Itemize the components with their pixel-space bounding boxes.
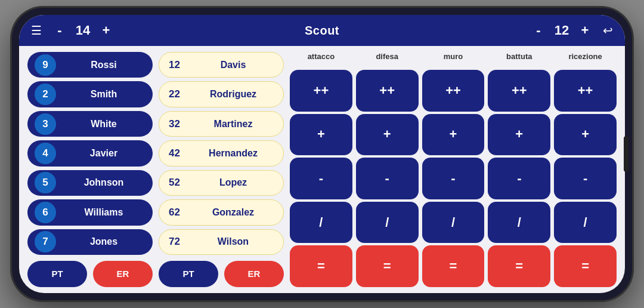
action-btn-ricezione-++[interactable]: ++ [554, 70, 617, 112]
action-header-attacco: attacco [290, 52, 352, 66]
team2-player-name-42: Hernandez [193, 148, 274, 159]
action-btn-ricezione--[interactable]: - [554, 158, 617, 199]
action-btn-difesa--[interactable]: - [356, 158, 419, 199]
team1-player-num-5: 5 [35, 172, 56, 193]
action-btn-muro-+[interactable]: + [422, 114, 485, 156]
team1-plus-btn[interactable]: + [98, 23, 114, 38]
team1-score-group: - 14 + [51, 23, 114, 38]
team2-player-name-32: Martinez [193, 119, 274, 130]
team2-plus-btn[interactable]: + [577, 23, 593, 38]
team1-player-num-7: 7 [35, 231, 56, 252]
team2-player-num-12: 12 [169, 59, 187, 71]
team1-pt-button[interactable]: PT [27, 261, 87, 287]
team2-bottom-btns: PT ER [159, 261, 284, 287]
team2-pt-button[interactable]: PT [159, 261, 218, 287]
menu-icon[interactable]: ☰ [31, 23, 42, 38]
team1-er-button[interactable]: ER [93, 261, 153, 287]
team1-player-name-9: Rossi [62, 60, 145, 70]
phone-frame: ☰ - 14 + Scout - 12 + ↩ [12, 8, 632, 300]
action-btn-muro-++[interactable]: ++ [422, 70, 485, 112]
action-btn-attacco-+[interactable]: + [290, 114, 352, 156]
team2-minus-btn[interactable]: - [530, 23, 547, 38]
team1-player-5[interactable]: 5 Johnson [27, 170, 153, 196]
action-header-battuta: battuta [488, 52, 550, 66]
team2-player-12[interactable]: 12 Davis [159, 52, 284, 78]
team1-player-name-7: Jones [62, 236, 145, 247]
team1-player-name-4: Javier [62, 148, 145, 159]
team1-player-name-6: Williams [62, 207, 145, 218]
team2-player-name-52: Lopez [193, 177, 274, 188]
team1-player-num-9: 9 [35, 54, 56, 76]
action-btn-difesa-+[interactable]: + [356, 114, 419, 156]
undo-button[interactable]: ↩ [603, 23, 613, 38]
team2-player-52[interactable]: 52 Lopez [159, 170, 284, 196]
action-header-muro: muro [422, 52, 485, 66]
team1-player-name-2: Smith [62, 89, 145, 100]
action-header-difesa: difesa [356, 52, 419, 66]
main-content: 9 Rossi 2 Smith 3 White 4 Javier 5 Johns… [19, 46, 625, 293]
team1-player-num-3: 3 [35, 113, 56, 135]
action-row-3: ///// [290, 202, 617, 244]
action-btn-difesa-=[interactable]: = [356, 245, 419, 287]
team2-player-62[interactable]: 62 Gonzalez [159, 199, 284, 225]
action-btn-battuta-++[interactable]: ++ [488, 70, 550, 112]
screen: ☰ - 14 + Scout - 12 + ↩ [19, 15, 625, 293]
team2-player-72[interactable]: 72 Wilson [159, 229, 284, 255]
action-btn-difesa-/[interactable]: / [356, 202, 419, 244]
action-btn-battuta--[interactable]: - [488, 158, 550, 199]
team2-player-32[interactable]: 32 Martinez [159, 111, 284, 137]
action-btn-difesa-++[interactable]: ++ [356, 70, 419, 112]
team2-player-num-52: 52 [169, 177, 187, 189]
team1-player-7[interactable]: 7 Jones [27, 229, 153, 255]
team2-score-group: - 12 + [530, 23, 593, 38]
action-btn-muro-=[interactable]: = [422, 245, 485, 287]
team2-player-num-62: 62 [169, 207, 187, 218]
team2-player-42[interactable]: 42 Hernandez [159, 140, 284, 166]
top-bar: ☰ - 14 + Scout - 12 + ↩ [19, 15, 625, 46]
action-grid: attaccodifesamurobattutaricezione+++++++… [290, 52, 617, 287]
action-row-4: ===== [290, 245, 617, 287]
team1-player-9[interactable]: 9 Rossi [27, 52, 153, 78]
action-row-1: +++++ [290, 114, 617, 156]
team2-er-button[interactable]: ER [224, 261, 284, 287]
action-btn-battuta-/[interactable]: / [488, 202, 550, 244]
team1-player-name-5: Johnson [62, 177, 145, 188]
action-header-ricezione: ricezione [554, 52, 617, 66]
team1-score: 14 [74, 23, 92, 38]
action-btn-muro--[interactable]: - [422, 158, 485, 199]
action-btn-ricezione-=[interactable]: = [554, 245, 617, 287]
action-btn-attacco-++[interactable]: ++ [290, 70, 352, 112]
team2-player-22[interactable]: 22 Rodriguez [159, 81, 284, 107]
action-row-0: ++++++++++ [290, 70, 617, 112]
action-btn-battuta-+[interactable]: + [488, 114, 550, 156]
action-btn-muro-/[interactable]: / [422, 202, 485, 244]
team1-player-3[interactable]: 3 White [27, 111, 153, 137]
team1-player-num-4: 4 [35, 143, 56, 164]
team1-player-name-3: White [62, 119, 145, 130]
team2-player-name-62: Gonzalez [193, 207, 274, 218]
action-btn-ricezione-+[interactable]: + [554, 114, 617, 156]
team2-score: 12 [553, 23, 571, 38]
right-controls: - 12 + ↩ [530, 23, 613, 38]
team2-players: 12 Davis 22 Rodriguez 32 Martinez 42 Her… [159, 52, 284, 287]
team2-player-name-22: Rodriguez [193, 89, 274, 100]
action-row-2: ----- [290, 158, 617, 199]
team1-players: 9 Rossi 2 Smith 3 White 4 Javier 5 Johns… [27, 52, 153, 287]
action-btn-ricezione-/[interactable]: / [554, 202, 617, 244]
team1-player-4[interactable]: 4 Javier [27, 140, 153, 166]
team1-player-num-6: 6 [35, 202, 56, 223]
team1-bottom-btns: PT ER [27, 261, 153, 287]
action-btn-battuta-=[interactable]: = [488, 245, 550, 287]
action-btn-attacco-=[interactable]: = [290, 245, 352, 287]
action-headers: attaccodifesamurobattutaricezione [290, 52, 617, 66]
team2-player-name-72: Wilson [193, 236, 274, 247]
team2-player-name-12: Davis [193, 60, 274, 70]
team1-minus-btn[interactable]: - [51, 23, 68, 38]
app-title: Scout [305, 24, 339, 38]
action-btn-attacco--[interactable]: - [290, 158, 352, 199]
side-button [624, 136, 628, 172]
left-controls: ☰ - 14 + [31, 23, 114, 38]
team1-player-6[interactable]: 6 Williams [27, 199, 153, 225]
action-btn-attacco-/[interactable]: / [290, 202, 352, 244]
team1-player-2[interactable]: 2 Smith [27, 81, 153, 107]
